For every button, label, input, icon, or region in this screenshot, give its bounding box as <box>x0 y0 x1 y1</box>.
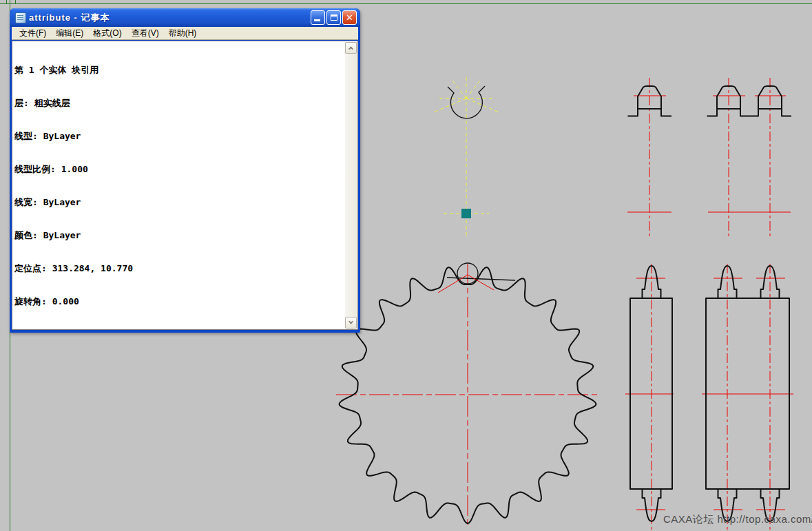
text-line: 旋转角: 0.000 <box>14 296 344 307</box>
close-button[interactable]: ✕ <box>342 10 357 25</box>
menu-item-format[interactable]: 格式(O) <box>88 27 126 40</box>
scroll-up-button[interactable] <box>345 42 357 54</box>
attribute-text: 第 1 个实体 块引用 层: 粗实线层 线型: ByLayer 线型比例: 1.… <box>14 43 344 330</box>
watermark-text: CAXA论坛 http://top.caxa.com/ <box>663 513 812 526</box>
text-area[interactable]: 第 1 个实体 块引用 层: 粗实线层 线型: ByLayer 线型比例: 1.… <box>12 41 358 330</box>
grip-handle[interactable] <box>461 209 471 218</box>
text-line: 线型比例: 1.000 <box>14 164 344 175</box>
menu-item-file[interactable]: 文件(F) <box>14 27 51 40</box>
text-line: 线宽: ByLayer <box>14 197 344 208</box>
tooth-section-single-view[interactable] <box>627 78 672 236</box>
text-line: 第 1 个实体 块引用 <box>14 65 344 76</box>
close-icon: ✕ <box>346 13 353 22</box>
caxa-desktop: { "notepad": { "title": "attribute - 记事本… <box>0 0 812 531</box>
side-view-single[interactable] <box>625 264 674 530</box>
scroll-down-button[interactable] <box>345 317 357 329</box>
side-view-double[interactable] <box>702 264 793 530</box>
tooth-section-double-view[interactable] <box>707 78 792 236</box>
scrollbar[interactable] <box>345 42 357 329</box>
text-line: X比例: 1.000 <box>14 329 344 330</box>
minimize-icon <box>314 19 320 21</box>
text-line: 定位点: 313.284, 10.770 <box>14 263 344 274</box>
notepad-icon <box>15 12 26 23</box>
chevron-up-icon <box>348 46 353 51</box>
chevron-down-icon <box>348 320 353 324</box>
text-line: 线型: ByLayer <box>14 131 344 142</box>
notepad-window: attribute - 记事本 ✕ 文件(F) 编辑(E) 格式(O) 查看(V… <box>10 8 360 333</box>
menu-item-edit[interactable]: 编辑(E) <box>51 27 88 40</box>
sprocket-front-view[interactable] <box>336 263 601 526</box>
menu-bar: 文件(F) 编辑(E) 格式(O) 查看(V) 帮助(H) <box>12 27 358 40</box>
menu-item-help[interactable]: 帮助(H) <box>164 27 202 40</box>
text-line: 颜色: ByLayer <box>14 230 344 241</box>
window-title: attribute - 记事本 <box>29 12 311 24</box>
minimize-button[interactable] <box>311 10 325 25</box>
menu-item-view[interactable]: 查看(V) <box>127 27 164 40</box>
maximize-icon <box>331 14 337 21</box>
text-line: 层: 粗实线层 <box>14 98 344 109</box>
maximize-button[interactable] <box>326 10 341 25</box>
title-bar[interactable]: attribute - 记事本 ✕ <box>10 8 360 27</box>
